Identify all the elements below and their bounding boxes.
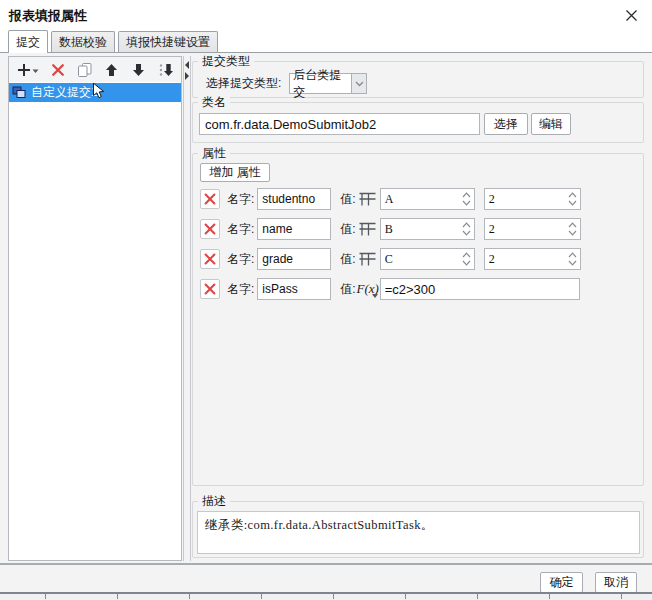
param-spinner[interactable] — [567, 250, 578, 268]
spinner-down-icon — [568, 200, 577, 206]
property-value-label: 值: — [340, 281, 355, 298]
sort-move-bottom-icon — [158, 63, 174, 77]
move-up-button[interactable] — [100, 59, 123, 80]
property-value-label: 值: — [340, 221, 355, 238]
cell-value-type-icon[interactable] — [356, 190, 380, 208]
arrow-up-icon — [105, 63, 118, 77]
spinner-down-icon — [462, 200, 471, 206]
chevron-down-icon — [355, 81, 364, 87]
submit-list-panel: 自定义提交1 — [8, 56, 182, 561]
list-item-custom-submit[interactable]: 自定义提交1 — [9, 83, 181, 102]
value-spinner[interactable] — [461, 250, 472, 268]
submit-type-value: 后台类提交 — [289, 73, 351, 94]
property-value-field — [380, 188, 475, 210]
collapse-left-icon[interactable] — [185, 61, 189, 69]
value-spinner[interactable] — [461, 190, 472, 208]
property-value-field — [380, 278, 580, 300]
group-title: 描述 — [198, 494, 230, 509]
tab-label: 填报快捷键设置 — [126, 34, 210, 51]
cell-value-type-icon[interactable] — [356, 250, 380, 268]
property-name-input[interactable] — [257, 188, 331, 210]
property-name-label: 名字: — [227, 191, 254, 208]
spinner-down-icon — [462, 260, 471, 266]
property-name-input[interactable] — [257, 248, 331, 270]
add-submit-button[interactable] — [14, 59, 43, 80]
tab-submit[interactable]: 提交 — [8, 30, 48, 53]
move-down-button[interactable] — [127, 59, 150, 80]
property-param-field — [484, 188, 581, 210]
description-text: 继承类:com.fr.data.AbstractSubmitTask。 — [197, 511, 640, 554]
param-spinner[interactable] — [567, 220, 578, 238]
submit-type-select[interactable]: 后台类提交 — [289, 73, 367, 94]
delete-icon — [204, 253, 216, 265]
delete-property-button[interactable] — [200, 279, 220, 299]
add-property-button[interactable]: 增加 属性 — [200, 163, 270, 182]
submit-item-icon — [12, 86, 27, 99]
cancel-button[interactable]: 取消 — [595, 572, 637, 593]
property-param-field — [484, 218, 581, 240]
delete-icon — [204, 193, 216, 205]
spinner-up-icon — [568, 192, 577, 198]
spinner-down-icon — [568, 230, 577, 236]
class-name-group: 类名 选择 编辑 — [192, 102, 644, 143]
group-title: 提交类型 — [198, 54, 254, 69]
tab-shortcut-settings[interactable]: 填报快捷键设置 — [118, 31, 218, 52]
ok-button[interactable]: 确定 — [540, 572, 583, 593]
property-value-label: 值: — [340, 251, 355, 268]
tab-label: 数据校验 — [59, 34, 107, 51]
submit-type-label: 选择提交类型: — [206, 75, 281, 92]
select-class-button[interactable]: 选择 — [484, 113, 528, 135]
class-name-input[interactable] — [199, 113, 480, 135]
submit-list: 自定义提交1 — [9, 83, 181, 102]
property-name-input[interactable] — [257, 218, 331, 240]
spinner-up-icon — [568, 252, 577, 258]
delete-property-button[interactable] — [200, 249, 220, 269]
value-spinner[interactable] — [461, 220, 472, 238]
property-param-field — [484, 248, 581, 270]
spinner-down-icon — [462, 230, 471, 236]
cell-value-type-icon[interactable] — [356, 220, 380, 238]
property-name-input[interactable] — [257, 278, 331, 300]
copy-submit-button[interactable] — [73, 59, 96, 80]
property-row: 名字: 值: F(x) — [193, 246, 643, 272]
panel-splitter[interactable] — [183, 56, 191, 561]
tab-label: 提交 — [16, 34, 40, 51]
tab-data-validation[interactable]: 数据校验 — [51, 31, 115, 52]
property-row: 名字: 值: F(x) — [193, 216, 643, 242]
delete-submit-button[interactable] — [47, 59, 70, 80]
spinner-up-icon — [462, 252, 471, 258]
delete-property-button[interactable] — [200, 189, 220, 209]
list-item-label: 自定义提交1 — [31, 84, 98, 101]
list-toolbar — [9, 57, 181, 82]
param-spinner[interactable] — [567, 190, 578, 208]
property-value-input[interactable] — [380, 278, 580, 300]
plus-icon — [17, 63, 31, 77]
dialog-title: 报表填报属性 — [9, 7, 87, 25]
property-name-label: 名字: — [227, 251, 254, 268]
property-value-field — [380, 248, 475, 270]
property-name-label: 名字: — [227, 281, 254, 298]
edit-class-button[interactable]: 编辑 — [531, 113, 571, 135]
spinner-up-icon — [462, 192, 471, 198]
close-button[interactable] — [622, 6, 640, 24]
property-rows: 名字: 值: F(x) — [193, 186, 643, 306]
arrow-down-icon — [132, 63, 145, 77]
delete-icon — [204, 223, 216, 235]
property-row: 名字: 值: F(x) — [193, 276, 643, 302]
spreadsheet-column-ticks — [45, 594, 652, 599]
report-submit-properties-dialog: 报表填报属性 提交 数据校验 填报快捷键设置 — [0, 0, 652, 600]
property-name-label: 名字: — [227, 221, 254, 238]
expand-right-icon[interactable] — [185, 72, 189, 80]
combo-dropdown-button[interactable] — [351, 73, 367, 94]
formula-value-type-icon[interactable]: F(x) — [356, 283, 380, 295]
copy-icon — [77, 62, 93, 78]
property-value-label: 值: — [340, 191, 355, 208]
property-value-field — [380, 218, 475, 240]
move-to-bottom-button[interactable] — [154, 59, 177, 80]
delete-property-button[interactable] — [200, 219, 220, 239]
background-spreadsheet-edge — [0, 592, 652, 600]
delete-icon — [51, 63, 65, 77]
spinner-up-icon — [462, 222, 471, 228]
chevron-down-icon — [372, 294, 378, 298]
properties-group: 属性 增加 属性 名字: 值: F(x) — [192, 153, 644, 486]
